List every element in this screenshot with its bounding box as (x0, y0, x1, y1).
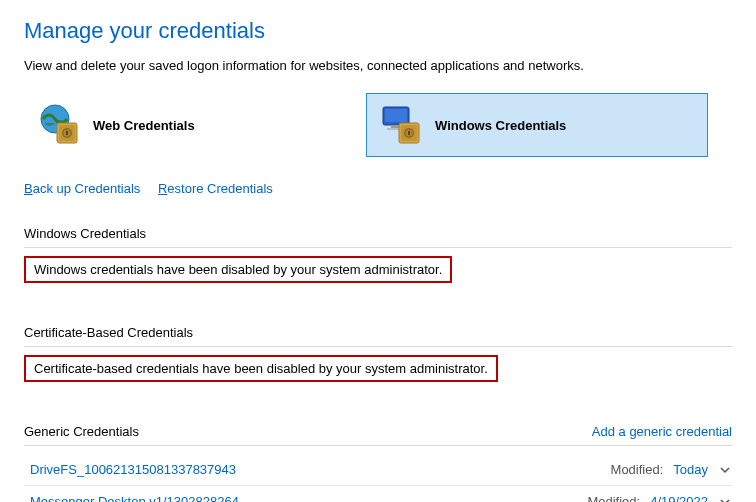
restore-credentials-link[interactable]: Restore Credentials (158, 181, 273, 196)
credential-date: 4/19/2022 (650, 494, 708, 502)
page-description: View and delete your saved logon informa… (24, 58, 732, 73)
section-certificate-credentials: Certificate-Based Credentials Certificat… (24, 325, 732, 406)
section-windows-credentials: Windows Credentials Windows credentials … (24, 226, 732, 307)
chevron-down-icon (718, 464, 732, 476)
monitor-safe-icon (377, 101, 425, 149)
svg-rect-5 (66, 131, 68, 135)
section-generic-credentials: Generic Credentials Add a generic creden… (24, 424, 732, 502)
svg-rect-14 (408, 131, 410, 135)
tab-windows-label: Windows Credentials (435, 118, 566, 133)
backup-credentials-link[interactable]: Back up Credentials (24, 181, 140, 196)
credential-row[interactable]: Messenger Desktop.v1/1302828264 Modified… (24, 486, 732, 502)
page-title: Manage your credentials (24, 18, 732, 44)
credential-row[interactable]: DriveFS_100621315081337837943 Modified: … (24, 454, 732, 486)
windows-credentials-header: Windows Credentials (24, 226, 732, 248)
modified-label: Modified: (587, 494, 640, 502)
certificate-credentials-header: Certificate-Based Credentials (24, 325, 732, 347)
add-generic-credential-link[interactable]: Add a generic credential (592, 424, 732, 439)
generic-credentials-header: Generic Credentials Add a generic creden… (24, 424, 732, 446)
tab-web-credentials[interactable]: Web Credentials (24, 93, 366, 157)
certificate-credentials-disabled-notice: Certificate-based credentials have been … (24, 355, 498, 382)
tab-web-label: Web Credentials (93, 118, 195, 133)
globe-safe-icon (35, 101, 83, 149)
modified-label: Modified: (611, 462, 664, 477)
windows-credentials-disabled-notice: Windows credentials have been disabled b… (24, 256, 452, 283)
credential-date: Today (673, 462, 708, 477)
tab-windows-credentials[interactable]: Windows Credentials (366, 93, 708, 157)
credential-tabs: Web Credentials Windows Credentials (24, 93, 732, 157)
svg-rect-7 (385, 109, 407, 122)
credential-links: Back up Credentials Restore Credentials (24, 181, 732, 196)
credential-name: Messenger Desktop.v1/1302828264 (30, 494, 239, 502)
credential-name: DriveFS_100621315081337837943 (30, 462, 236, 477)
chevron-down-icon (718, 496, 732, 503)
